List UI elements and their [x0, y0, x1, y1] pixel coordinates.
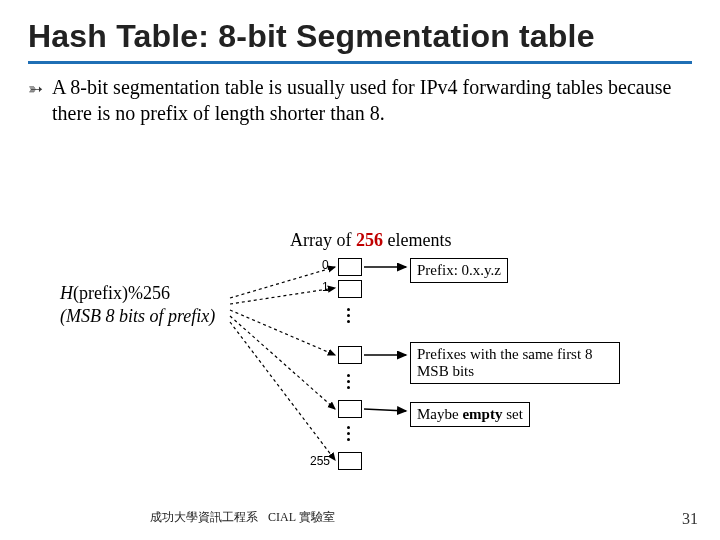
dashed-arrow-icon — [230, 288, 335, 304]
array-column — [338, 258, 366, 302]
array-cell — [338, 280, 362, 298]
ellipsis-icon — [346, 426, 350, 441]
array-column — [338, 452, 366, 474]
callout-prefix-0: Prefix: 0.x.y.z — [410, 258, 508, 283]
slide-title: Hash Table: 8-bit Segmentation table — [28, 18, 692, 64]
array-title-count: 256 — [356, 230, 383, 250]
callout-empty-pre: Maybe — [417, 406, 462, 422]
array-title: Array of 256 elements — [290, 230, 451, 251]
index-255: 255 — [310, 454, 330, 468]
dashed-arrow-icon — [230, 310, 335, 355]
array-cell — [338, 400, 362, 418]
array-title-pre: Array of — [290, 230, 356, 250]
ellipsis-icon — [346, 308, 350, 323]
slide: Hash Table: 8-bit Segmentation table ➳ A… — [0, 0, 720, 540]
callout-empty-bold: empty — [462, 406, 502, 422]
index-1: 1 — [322, 280, 329, 294]
ellipsis-icon — [346, 374, 350, 389]
footer-dept: 成功大學資訊工程系 — [150, 510, 258, 524]
hash-H: H — [60, 283, 73, 303]
hash-function-label: H(prefix)%256 (MSB 8 bits of prefix) — [60, 282, 215, 327]
array-cell — [338, 258, 362, 276]
array-cell — [338, 346, 362, 364]
hash-paren: (prefix) — [73, 283, 128, 303]
footer-lab: CIAL 實驗室 — [268, 510, 335, 524]
body-paragraph: A 8-bit segmentation table is usually us… — [52, 76, 671, 124]
page-number: 31 — [682, 510, 698, 528]
callout-empty-post: set — [502, 406, 522, 422]
hash-mod: %256 — [128, 283, 170, 303]
hash-line2: (MSB 8 bits of prefix) — [60, 306, 215, 326]
callout-same-prefix: Prefixes with the same first 8 MSB bits — [410, 342, 620, 384]
dashed-arrow-icon — [230, 316, 335, 409]
dashed-arrow-icon — [230, 322, 335, 460]
index-0: 0 — [322, 258, 329, 272]
bullet-icon: ➳ — [28, 78, 43, 101]
body-text: ➳ A 8-bit segmentation table is usually … — [28, 74, 692, 126]
array-column — [338, 400, 366, 422]
callout-empty-set: Maybe empty set — [410, 402, 530, 427]
arrow-icon — [364, 409, 406, 411]
array-cell — [338, 452, 362, 470]
footer: 成功大學資訊工程系CIAL 實驗室 — [150, 509, 335, 526]
array-column — [338, 346, 366, 368]
array-title-post: elements — [383, 230, 451, 250]
diagram: Array of 256 elements H(prefix)%256 (MSB… — [60, 230, 660, 500]
dashed-arrow-icon — [230, 267, 335, 298]
